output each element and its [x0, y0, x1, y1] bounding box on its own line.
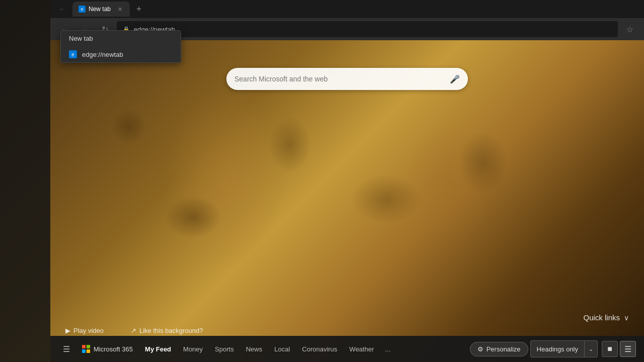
back-button[interactable]: ←	[54, 1, 70, 17]
bottom-nav-bar: ☰ Microsoft 365 My Feed Money Sports New…	[50, 336, 644, 362]
sports-nav-item[interactable]: Sports	[210, 343, 239, 355]
search-bar: 🎤	[226, 68, 468, 90]
personalize-label: Personalize	[487, 345, 521, 353]
dropdown-item-url: edge://newtab	[82, 51, 123, 58]
grid-view-button[interactable]: ■	[602, 341, 618, 357]
page-content: Renton 🔥 Wildfire update 🎤 Quick links ∨…	[50, 40, 644, 362]
search-container: 🎤	[226, 68, 468, 90]
sports-label: Sports	[215, 345, 234, 353]
coronavirus-label: Coronavirus	[302, 345, 337, 353]
more-nav-button[interactable]: ...	[381, 343, 394, 355]
tab-favicon: e	[78, 6, 86, 13]
money-nav-item[interactable]: Money	[178, 343, 208, 355]
personalize-button[interactable]: ⚙ Personalize	[470, 342, 528, 356]
list-view-button[interactable]: ☰	[620, 341, 636, 357]
ms-logo-cell-green	[87, 345, 90, 348]
quick-links-label: Quick links	[583, 313, 620, 322]
like-background-button[interactable]: ↗ Like this background?	[131, 327, 203, 334]
ms-logo-cell-yellow	[87, 349, 90, 353]
quick-links-button[interactable]: Quick links ∨	[583, 313, 629, 322]
money-label: Money	[183, 345, 203, 353]
microphone-icon[interactable]: 🎤	[450, 74, 460, 84]
ms-logo-cell-blue	[82, 349, 86, 353]
tab-label: New tab	[89, 6, 111, 13]
quick-links-chevron-icon: ∨	[624, 314, 629, 322]
coronavirus-nav-item[interactable]: Coronavirus	[297, 343, 342, 355]
list-view-icon: ☰	[624, 344, 631, 354]
headings-only-dropdown[interactable]: Headings only ⌄	[530, 340, 598, 357]
search-input[interactable]	[234, 75, 445, 83]
favorites-button[interactable]: ☆	[622, 21, 638, 37]
news-nav-item[interactable]: News	[241, 343, 268, 355]
news-label: News	[246, 345, 263, 353]
microsoft365-logo	[82, 344, 91, 353]
my-feed-label: My Feed	[145, 345, 171, 353]
play-icon: ▶	[65, 327, 70, 334]
address-bar[interactable]: 🔒 edge://newtab	[117, 21, 618, 37]
local-label: Local	[274, 345, 290, 353]
new-tab-button[interactable]: +	[132, 2, 146, 16]
left-panel	[0, 0, 50, 362]
dropdown-header: New tab	[61, 31, 181, 46]
headings-dropdown-chevron-icon: ⌄	[584, 341, 597, 357]
tab-close-button[interactable]: ✕	[116, 5, 124, 13]
like-background-label: Like this background?	[139, 327, 203, 334]
ms-logo-grid	[82, 345, 90, 353]
play-video-button[interactable]: ▶ Play video	[65, 327, 104, 334]
hamburger-menu-button[interactable]: ☰	[58, 341, 74, 357]
external-link-icon: ↗	[131, 327, 136, 334]
my-feed-button[interactable]: My Feed	[140, 343, 176, 355]
headings-only-label: Headings only	[531, 345, 584, 353]
personalize-icon: ⚙	[477, 345, 484, 353]
url-dropdown-popup: New tab e edge://newtab	[60, 30, 181, 63]
dropdown-item-favicon: e	[69, 50, 77, 58]
microsoft365-label: Microsoft 365	[94, 345, 133, 353]
ms-logo-cell-red	[82, 345, 86, 348]
weather-nav-item[interactable]: Weather	[344, 343, 379, 355]
play-video-label: Play video	[73, 327, 104, 334]
address-text: edge://newtab	[134, 26, 612, 33]
more-label: ...	[385, 345, 390, 353]
local-nav-item[interactable]: Local	[269, 343, 295, 355]
weather-label: Weather	[349, 345, 374, 353]
dropdown-item-edge[interactable]: e edge://newtab	[61, 46, 181, 62]
grid-view-icon: ■	[607, 344, 612, 353]
tab-bar: ← e New tab ✕ +	[50, 0, 644, 18]
active-tab[interactable]: e New tab ✕	[72, 2, 130, 17]
microsoft365-button[interactable]: Microsoft 365	[76, 342, 138, 355]
